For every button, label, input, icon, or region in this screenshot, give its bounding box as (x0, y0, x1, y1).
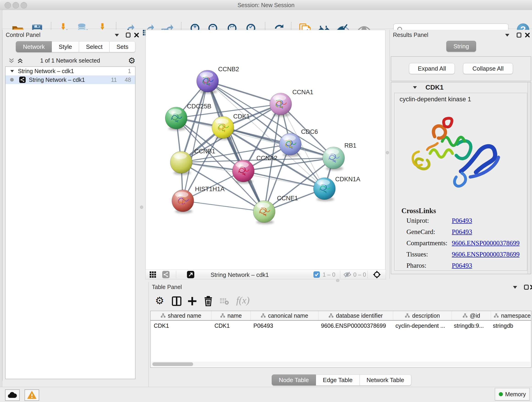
table-options-gear-icon[interactable]: ⚙ (155, 295, 164, 306)
hierarchy-icon (405, 313, 410, 318)
tab-edge-table[interactable]: Edge Table (316, 375, 360, 385)
vertical-splitter-handle[interactable] (140, 206, 143, 209)
table-row[interactable]: CDK1CDK1P064939606.ENSP00000378699cyclin… (151, 321, 531, 331)
collection-count: 1 (128, 68, 131, 75)
grid-view-icon[interactable] (149, 271, 156, 278)
tab-select[interactable]: Select (79, 41, 109, 52)
expand-all-button[interactable]: Expand All (409, 63, 455, 74)
selected-checkbox-icon[interactable] (313, 271, 320, 278)
network-row-label: String Network – cdk1 (29, 77, 85, 83)
network-node-label: CCNB2 (218, 66, 239, 73)
network-view-title: String Network – cdk1 (210, 271, 269, 279)
show-columns-icon[interactable] (172, 296, 182, 306)
horizontal-splitter-handle[interactable] (336, 279, 339, 282)
column-header-database-identifier[interactable]: database identifier (318, 311, 393, 320)
crosslink-link[interactable]: 9606.ENSP00000378699 (452, 250, 520, 258)
column-header-@id[interactable]: @id (452, 311, 491, 320)
hierarchy-icon (462, 313, 468, 318)
hierarchy-icon (161, 313, 166, 318)
panel-close-icon[interactable] (525, 32, 530, 38)
table-cell[interactable]: stringdb (490, 322, 531, 329)
network-row-selected[interactable]: String Network – cdk1 11 48 (6, 75, 135, 84)
network-edge[interactable] (183, 201, 264, 211)
column-header-name[interactable]: name (211, 311, 251, 320)
panel-float-icon[interactable] (524, 284, 530, 290)
delete-column-icon[interactable] (203, 296, 213, 306)
results-panel: Results Panel String Expand All Collapse… (389, 30, 532, 279)
scrollbar-thumb[interactable] (152, 362, 193, 366)
fit-selection-crosshair-icon[interactable] (373, 270, 381, 279)
crosslink-link[interactable]: P06493 (452, 217, 472, 224)
table-horizontal-scrollbar[interactable] (151, 362, 530, 367)
network-view-canvas[interactable]: CCNB2CCNA1CDC25BCDK1CDC6RB1CCNB1CCNA2CDK… (146, 30, 385, 270)
protein-header-row[interactable]: CDK1 (391, 82, 527, 92)
crosslink-link[interactable]: P06493 (452, 262, 472, 269)
column-header-description[interactable]: description (393, 311, 452, 320)
network-edge[interactable] (208, 81, 281, 104)
tab-node-table[interactable]: Node Table (272, 375, 316, 385)
memory-status-dot-icon (499, 392, 503, 396)
results-actions-box: Expand All Collapse All (391, 56, 531, 81)
protein-description: cyclin-dependent kinase 1 (399, 96, 471, 103)
network-node-label: CCNA2 (256, 155, 278, 162)
network-share-icon (19, 77, 26, 83)
table-body: CDK1CDK1P064939606.ENSP00000378699cyclin… (151, 321, 531, 331)
crosslink-link[interactable]: 9606.ENSP00000378699 (452, 239, 520, 247)
title-bar[interactable]: Session: New Session (0, 0, 532, 10)
hierarchy-icon (261, 313, 266, 318)
panel-float-icon[interactable] (125, 32, 131, 38)
panel-float-icon[interactable] (516, 32, 522, 38)
tab-style[interactable]: Style (52, 41, 79, 52)
table-cell[interactable]: stringdb:9... (451, 322, 490, 329)
table-cell[interactable]: CDK1 (211, 322, 250, 329)
column-header-canonical-name[interactable]: canonical name (251, 311, 318, 320)
tab-sets[interactable]: Sets (109, 41, 135, 52)
results-scrollbar[interactable] (527, 82, 531, 274)
table-cell[interactable]: cyclin-dependent ... (392, 322, 451, 329)
memory-label: Memory (505, 391, 526, 398)
tab-network[interactable]: Network (16, 41, 52, 52)
hidden-counts: 0 – 0 (353, 271, 366, 278)
node-gloss (235, 162, 249, 168)
hidden-eye-slash-icon[interactable] (343, 272, 351, 278)
panel-menu-icon[interactable] (512, 284, 518, 290)
memory-button[interactable]: Memory (495, 388, 530, 400)
collection-expander-icon[interactable] (10, 69, 15, 74)
network-edge[interactable] (183, 81, 208, 201)
table-toolbar: ⚙ f(x) (149, 293, 532, 309)
collapse-all-button[interactable]: Collapse All (463, 63, 513, 74)
column-header-shared-name[interactable]: shared name (151, 311, 211, 320)
vertical-splitter-handle[interactable] (386, 151, 389, 154)
network-collection-row[interactable]: String Network – cdk1 1 (6, 67, 135, 75)
crosslink-label: Uniprot: (406, 217, 429, 224)
crosslinks-list: Uniprot:P06493GeneCard:P06493Compartment… (394, 216, 527, 272)
network-node-label: CDKN1A (335, 176, 360, 183)
panel-close-icon[interactable] (530, 284, 532, 290)
cloud-button[interactable] (5, 389, 20, 401)
protein-name: CDK1 (425, 84, 443, 91)
share-view-icon[interactable] (162, 271, 170, 278)
network-node-label: CDC25B (187, 103, 211, 110)
table-panel-title: Table Panel (152, 284, 182, 290)
tab-network-table[interactable]: Network Table (360, 375, 411, 385)
window-left-edge (0, 10, 2, 402)
crosslink-link[interactable]: P06493 (452, 228, 472, 236)
collection-label: String Network – cdk1 (18, 68, 74, 75)
add-column-icon[interactable] (187, 296, 197, 306)
table-cell[interactable]: P06493 (250, 322, 318, 329)
panel-menu-icon[interactable] (114, 32, 120, 38)
warnings-button[interactable] (25, 389, 39, 401)
crosslink-label: GeneCard: (406, 228, 435, 236)
network-list-options-gear-icon[interactable]: ⚙ (128, 56, 135, 65)
tab-string[interactable]: String (446, 41, 476, 52)
detach-view-icon[interactable] (187, 271, 194, 278)
table-cell[interactable]: CDK1 (151, 322, 211, 329)
panel-close-icon[interactable] (133, 32, 139, 38)
network-edge[interactable] (243, 171, 324, 189)
protein-expander-icon[interactable] (412, 85, 418, 90)
table-cell[interactable]: 9606.ENSP00000378699 (318, 322, 392, 329)
network-node-count: 11 (111, 77, 117, 83)
crosslink-label: Tissues: (406, 250, 428, 258)
column-header-namespace[interactable]: namespace (491, 311, 531, 320)
panel-menu-icon[interactable] (504, 32, 510, 38)
